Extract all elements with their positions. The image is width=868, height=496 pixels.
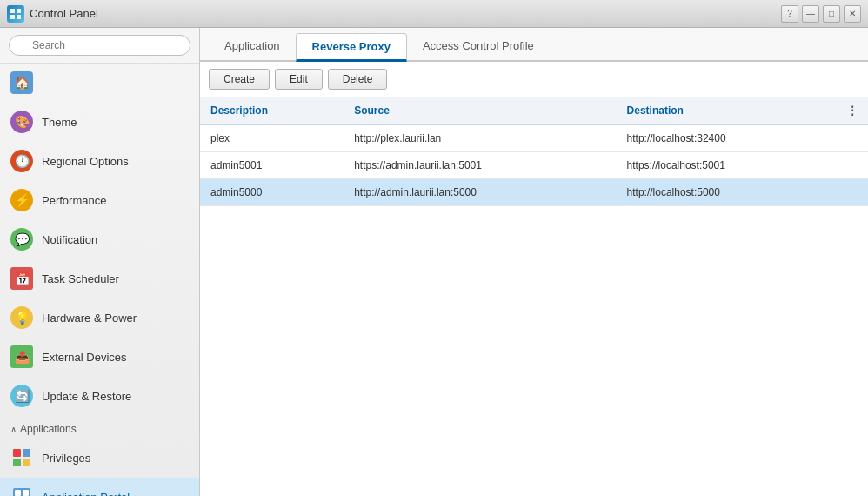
section-chevron: ∧ bbox=[10, 425, 17, 434]
tabs-container: Application Reverse Proxy Access Control… bbox=[200, 28, 868, 62]
sidebar-item-label-performance: Performance bbox=[42, 194, 106, 207]
svg-rect-2 bbox=[10, 15, 15, 19]
sidebar-item-privileges[interactable]: Privileges bbox=[0, 439, 199, 478]
sidebar-item-task[interactable]: 📅 Task Scheduler bbox=[0, 259, 199, 298]
sidebar-item-regional[interactable]: 🕐 Regional Options bbox=[0, 142, 199, 181]
sidebar: 🔍 🏠 🎨 Theme 🕐 Regional Options ⚡ Perform… bbox=[0, 28, 200, 496]
notification-icon: 💬 bbox=[10, 228, 33, 251]
svg-rect-10 bbox=[23, 490, 29, 496]
svg-rect-3 bbox=[17, 15, 21, 19]
sidebar-item-notification[interactable]: 💬 Notification bbox=[0, 220, 199, 259]
performance-icon: ⚡ bbox=[10, 189, 33, 211]
table-row[interactable]: admin5000 http://admin.laurii.lan:5000 h… bbox=[200, 179, 868, 206]
toolbar: Create Edit Delete bbox=[200, 62, 868, 97]
theme-icon: 🎨 bbox=[10, 111, 33, 133]
sidebar-item-portal[interactable]: Application Portal bbox=[0, 478, 199, 496]
cell-destination: http://localhost:5000 bbox=[617, 179, 837, 206]
svg-rect-1 bbox=[17, 9, 21, 13]
cell-more[interactable] bbox=[837, 179, 868, 206]
tab-access-control[interactable]: Access Control Profile bbox=[407, 33, 550, 62]
create-button[interactable]: Create bbox=[209, 69, 270, 90]
cell-destination: http://localhost:32400 bbox=[617, 124, 837, 152]
task-icon: 📅 bbox=[10, 267, 33, 290]
cell-source: http://plex.laurii.lan bbox=[344, 124, 616, 152]
sidebar-item-label-hardware: Hardware & Power bbox=[42, 312, 137, 325]
sidebar-item-label-notification: Notification bbox=[42, 233, 97, 246]
sidebar-item-label-portal: Application Portal bbox=[42, 491, 130, 497]
titlebar-left: Control Panel bbox=[7, 5, 98, 23]
svg-rect-7 bbox=[23, 459, 30, 466]
section-label-text: Applications bbox=[20, 423, 77, 435]
svg-rect-6 bbox=[13, 459, 21, 466]
sidebar-item-label-privileges: Privileges bbox=[42, 452, 90, 465]
regional-icon: 🕐 bbox=[10, 150, 33, 172]
svg-rect-4 bbox=[13, 449, 21, 457]
table-row[interactable]: admin5001 https://admin.laurii.lan:5001 … bbox=[200, 152, 868, 179]
svg-rect-0 bbox=[10, 9, 15, 13]
sidebar-item-label-task: Task Scheduler bbox=[42, 272, 119, 285]
sidebar-item-label-regional: Regional Options bbox=[42, 155, 129, 168]
applications-section-header[interactable]: ∧ Applications bbox=[0, 416, 199, 439]
app-icon bbox=[7, 5, 24, 23]
sidebar-item-hardware[interactable]: 💡 Hardware & Power bbox=[0, 298, 199, 338]
svg-rect-5 bbox=[23, 449, 30, 457]
close-button[interactable]: ✕ bbox=[844, 5, 861, 23]
col-description: Description bbox=[200, 97, 344, 124]
privileges-icon bbox=[10, 446, 33, 469]
update-icon: 🔄 bbox=[10, 385, 33, 407]
reverse-proxy-table: Description Source Destination ⋮ plex ht… bbox=[200, 97, 868, 206]
edit-button[interactable]: Edit bbox=[275, 69, 323, 90]
table-container: Description Source Destination ⋮ plex ht… bbox=[200, 97, 868, 496]
sidebar-item-performance[interactable]: ⚡ Performance bbox=[0, 181, 199, 220]
tab-application[interactable]: Application bbox=[209, 33, 296, 62]
col-more[interactable]: ⋮ bbox=[837, 97, 868, 124]
sidebar-item-label-external: External Devices bbox=[42, 351, 127, 364]
cell-description: admin5000 bbox=[200, 179, 344, 206]
cell-source: http://admin.laurii.lan:5000 bbox=[344, 179, 616, 206]
help-button[interactable]: ? bbox=[781, 5, 798, 23]
home-icon: 🏠 bbox=[10, 71, 33, 94]
sidebar-item-label-update: Update & Restore bbox=[42, 390, 131, 403]
titlebar-title: Control Panel bbox=[30, 7, 98, 20]
cell-description: plex bbox=[200, 124, 344, 152]
sidebar-item-home[interactable]: 🏠 bbox=[0, 64, 199, 103]
sidebar-item-external[interactable]: 📤 External Devices bbox=[0, 338, 199, 377]
main-container: 🔍 🏠 🎨 Theme 🕐 Regional Options ⚡ Perform… bbox=[0, 28, 868, 496]
sidebar-item-update[interactable]: 🔄 Update & Restore bbox=[0, 377, 199, 416]
minimize-button[interactable]: — bbox=[802, 5, 819, 23]
search-wrapper: 🔍 bbox=[9, 35, 190, 56]
cell-more[interactable] bbox=[837, 124, 868, 152]
sidebar-item-theme[interactable]: 🎨 Theme bbox=[0, 103, 199, 142]
content-area: Application Reverse Proxy Access Control… bbox=[200, 28, 868, 496]
col-source: Source bbox=[344, 97, 616, 124]
maximize-button[interactable]: □ bbox=[823, 5, 840, 23]
sidebar-item-label-theme: Theme bbox=[42, 116, 77, 129]
cell-destination: https://localhost:5001 bbox=[617, 152, 837, 179]
col-destination: Destination bbox=[617, 97, 837, 124]
delete-button[interactable]: Delete bbox=[328, 69, 388, 90]
hardware-icon: 💡 bbox=[10, 306, 33, 329]
external-icon: 📤 bbox=[10, 345, 33, 368]
svg-rect-9 bbox=[15, 490, 21, 496]
portal-icon bbox=[10, 486, 33, 496]
sidebar-search: 🔍 bbox=[0, 28, 199, 64]
search-input[interactable] bbox=[9, 35, 190, 56]
titlebar-controls: ? — □ ✕ bbox=[781, 5, 861, 23]
cell-more[interactable] bbox=[837, 152, 868, 179]
table-header-row: Description Source Destination ⋮ bbox=[200, 97, 868, 124]
cell-source: https://admin.laurii.lan:5001 bbox=[344, 152, 616, 179]
table-row[interactable]: plex http://plex.laurii.lan http://local… bbox=[200, 124, 868, 152]
tab-reverse-proxy[interactable]: Reverse Proxy bbox=[296, 33, 407, 62]
titlebar: Control Panel ? — □ ✕ bbox=[0, 0, 868, 28]
cell-description: admin5001 bbox=[200, 152, 344, 179]
